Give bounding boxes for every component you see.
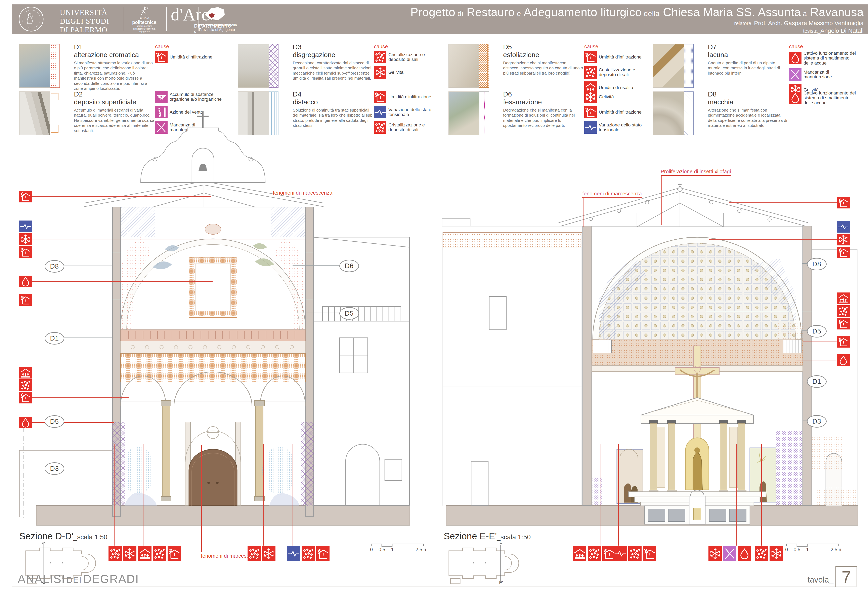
legend-photo-D3	[238, 44, 269, 88]
sali-icon	[19, 379, 32, 391]
leader-line	[583, 198, 583, 227]
tensionale-icon	[837, 221, 850, 232]
legend-name: alterazione cromatica	[74, 51, 154, 59]
leader-line	[63, 468, 125, 468]
legend-swatch-D7	[684, 44, 694, 88]
legend-id: D5	[503, 43, 583, 51]
leader-line	[143, 444, 143, 546]
cause-label: Cattivo funzionamento del sistema di sma…	[803, 51, 857, 65]
legend-causes-D5: causeUmidità d'infiltrazioneCristallizza…	[584, 43, 652, 97]
cause-sali: Cristallizzazione e deposito di sali	[374, 51, 442, 63]
legend-swatch-D3	[269, 44, 279, 88]
cause-label: Umidità d'infiltrazione	[599, 55, 642, 59]
university-name: UNIVERSITÀ DEGLI STUDI DI PALERMO	[60, 9, 109, 34]
leader-line	[263, 444, 264, 546]
cause-heading: cause	[789, 43, 857, 50]
leader-line	[32, 252, 313, 252]
gelivita-icon	[709, 546, 722, 561]
cause-label: Cattivo funzionamento del sistema di sma…	[803, 91, 857, 105]
header-divider	[166, 7, 167, 31]
leader-line	[729, 203, 837, 203]
svg-text:E': E'	[499, 580, 503, 584]
acque-icon	[738, 546, 751, 561]
cause-label: Umidità d'infiltrazione	[388, 95, 431, 99]
infiltrazione-icon	[19, 246, 32, 258]
leader-line	[32, 422, 114, 423]
legend-desc: Degradazione che si manifestacon distacc…	[503, 60, 583, 75]
leader-line	[32, 300, 313, 300]
risalita-icon	[19, 367, 32, 379]
infiltrazione-icon	[837, 197, 850, 209]
legend-swatch-D1	[50, 44, 60, 88]
legend-id: D6	[503, 90, 583, 98]
header-divider	[123, 7, 123, 31]
tesista-credit: tesista_Angelo Di Natali	[410, 27, 864, 34]
svg-text:0,5: 0,5	[794, 547, 800, 552]
acque-icon	[19, 417, 32, 428]
legend-text-D3: D3disgregazioneDecoesione, caratterizzat…	[293, 43, 373, 81]
tavola-label: tavola_	[793, 575, 833, 584]
degrado-label-D3: D3	[807, 415, 827, 427]
leader-line	[706, 311, 837, 311]
infiltrazione-icon	[643, 546, 656, 561]
degrado-label-D5: D5	[44, 415, 64, 428]
legend-desc: Si manifesta attraverso la variazione di…	[74, 60, 154, 91]
svg-text:2,5 m: 2,5 m	[416, 547, 426, 552]
cause-label: Gelività	[599, 95, 614, 99]
acque-icon	[789, 92, 802, 104]
leader-line	[292, 444, 293, 546]
gelivita-icon	[837, 234, 850, 245]
title-segment: Adeguamento liturgico	[521, 6, 642, 18]
keyplan-ee: E E'	[443, 541, 528, 584]
svg-text:0,5: 0,5	[379, 547, 385, 552]
scalebar-left: 0 0,5 1 2,5 m	[370, 541, 426, 553]
legend-name: lacuna	[708, 51, 788, 59]
roof-truss	[559, 183, 808, 227]
degrado-label-D5: D5	[340, 307, 359, 319]
svg-text:0: 0	[785, 547, 788, 552]
section-dd-label: Sezione D-D'_scala 1:50	[19, 531, 107, 541]
svg-text:1: 1	[806, 547, 809, 552]
cause-gelivita: Gelività	[374, 66, 442, 78]
tensionale-icon	[614, 546, 627, 561]
tavola-number-box: 7	[836, 566, 857, 587]
degrado-label-D1: D1	[807, 375, 827, 388]
infiltrazione-icon	[155, 51, 168, 63]
acque-icon	[789, 52, 802, 64]
note-fenomeni: fenomeni di marcescenza	[582, 191, 642, 198]
cause-infiltrazione: Umidità d'infiltrazione	[584, 51, 652, 63]
unipa-seal-logo	[18, 6, 44, 32]
cause-label: Umidità d'infiltrazione	[170, 55, 213, 59]
legend-id: D8	[708, 90, 788, 98]
svg-text:1: 1	[391, 547, 394, 552]
cause-label: Cristallizzazione e deposito di sali	[599, 68, 652, 77]
legend-id: D3	[293, 43, 373, 51]
infiltrazione-icon	[837, 318, 850, 330]
degrado-label-D8: D8	[44, 260, 64, 272]
leader-line	[63, 337, 112, 338]
leader-line	[761, 444, 762, 546]
leader-line	[802, 263, 807, 264]
risalita-icon	[138, 546, 152, 561]
bell-gable	[141, 111, 265, 182]
scalebar-right: 0 0,5 1 2,5 m	[785, 541, 841, 553]
legend-causes-D8: Cattivo funzionamento del sistema di sma…	[789, 91, 857, 108]
poster-title: Progetto di Restauro e Adeguamento litur…	[410, 5, 864, 19]
legend-desc: Caduta e perdita di parti di un dipinto …	[708, 60, 788, 75]
annex-left	[442, 219, 583, 506]
sali-icon	[837, 305, 850, 317]
degrado-label-D6: D6	[340, 260, 359, 272]
polo-universitario-label: Polo Universitario dellaProvincia di Agr…	[199, 23, 237, 32]
legend-item-D3: D3disgregazioneDecoesione, caratterizzat…	[238, 44, 443, 92]
annex-building	[313, 237, 409, 506]
legend-causes-D3: causeCristallizzazione e deposito di sal…	[374, 43, 442, 81]
leader-line	[333, 197, 410, 197]
legend-photo-D5	[449, 44, 480, 88]
gelivita-icon	[262, 546, 276, 561]
leader-line	[709, 240, 837, 240]
cause-label: Mancanza di manutenzione	[803, 70, 857, 80]
leader-line	[114, 444, 115, 546]
note-proliferazione: Proliferazione di insetti xilofagi	[661, 169, 731, 176]
legend-name: deposito superficiale	[74, 98, 154, 106]
title-segment: della	[642, 9, 660, 18]
